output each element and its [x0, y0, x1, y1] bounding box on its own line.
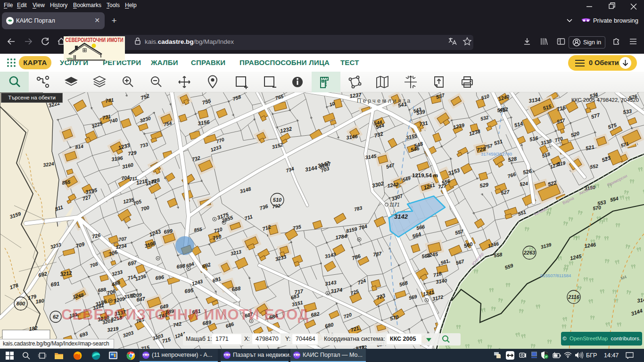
svg-text:1171: 1171: [389, 202, 400, 207]
svg-text:688: 688: [98, 287, 107, 293]
svg-text:558: 558: [494, 252, 503, 258]
svg-text:СЕВЕРОИЗТОЧНИ ИМОТИ ЕООД: СЕВЕРОИЗТОЧНИ ИМОТИ ЕООД: [61, 306, 309, 323]
svg-text:62: 62: [53, 314, 58, 320]
svg-text:Перчемлията: Перчемлията: [357, 98, 412, 104]
svg-text:915507/811584: 915507/811584: [540, 273, 571, 278]
svg-text:1219,54 m: 1219,54 m: [412, 173, 438, 178]
svg-text:600: 600: [17, 301, 25, 306]
svg-text:682: 682: [311, 311, 320, 318]
svg-text:317459/312740: 317459/312740: [481, 151, 512, 156]
svg-text:3142: 3142: [394, 213, 408, 220]
svg-text:741: 741: [105, 97, 114, 104]
svg-text:3141: 3141: [637, 296, 644, 304]
svg-text:729: 729: [128, 150, 137, 156]
svg-text:182: 182: [29, 325, 38, 332]
svg-text:704: 704: [121, 174, 130, 181]
svg-text:2263: 2263: [523, 250, 535, 255]
svg-text:ККС 2005 4798422, 704320: ККС 2005 4798422, 704320: [571, 97, 639, 103]
svg-text:180: 180: [35, 298, 45, 304]
svg-text:2116: 2116: [568, 294, 580, 300]
svg-text:510: 510: [273, 197, 282, 203]
svg-text:519: 519: [557, 160, 566, 167]
